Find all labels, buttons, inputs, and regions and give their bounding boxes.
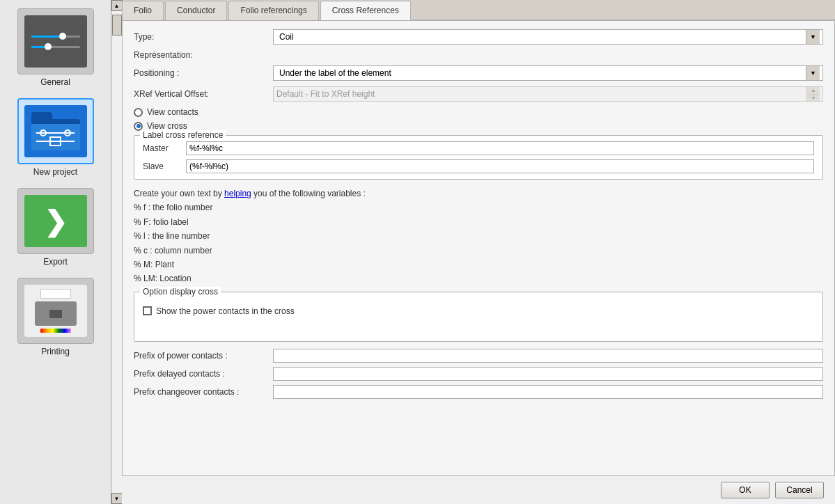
var-location: % LM: Location [134,271,823,285]
folder-icon [31,112,80,150]
positioning-select-value: Under the label of the element [276,68,806,78]
slave-row: Slave [143,159,814,173]
circuit-svg [36,127,75,147]
representation-row: Représentation: [134,50,823,60]
printer-paper [40,289,71,299]
slider-track-1 [31,36,80,38]
master-row: Master [143,141,814,155]
tab-conductor[interactable]: Conductor [165,1,227,20]
prefix-delayed-row: Prefix delayed contacts : [134,367,823,381]
general-icon [24,15,87,68]
positioning-row: Positioning : Under the label of the ele… [134,65,823,81]
positioning-select-arrow: ▼ [806,66,820,80]
prefix-changeover-input[interactable] [273,385,823,399]
sidebar-printing-label: Printing [41,347,70,356]
positioning-label: Positioning : [134,68,273,78]
sidebar-new-project-label: New project [33,167,77,177]
printer-screen [49,310,62,318]
folder-front [31,124,80,150]
xref-spin-up[interactable]: ▲ [807,87,820,95]
prefix-delayed-input[interactable] [273,367,823,381]
var-folio-label: % F: folio label [134,215,823,229]
scroll-handle[interactable] [112,15,122,36]
prefix-power-label: Prefix of power contacts : [134,351,273,361]
positioning-select[interactable]: Under the label of the element ▼ [273,65,823,81]
printing-icon-wrap [17,278,94,344]
xref-row: XRef Vertical Offset: Default - Fit to X… [134,86,823,102]
var-folio-number: % f : the folio number [134,200,823,214]
label-cross-reference-title: Label cross reference [140,130,226,140]
tab-folio[interactable]: Folio [122,1,164,20]
label-cross-reference-group: Label cross reference Master Slave [134,135,823,180]
show-power-contacts-checkbox[interactable] [143,306,152,315]
arrow-right-icon: ❯ [44,205,68,237]
view-cross-label: View cross [147,121,187,131]
view-contacts-row: View contacts [134,107,823,117]
sidebar-item-export[interactable]: ❯ Export [3,185,108,269]
prefix-changeover-row: Prefix changeover contacts : [134,385,823,399]
scroll-down-arrow[interactable]: ▼ [111,493,123,504]
sidebar-item-new-project[interactable]: New project [3,95,108,180]
printer-rainbow [40,329,71,333]
type-row: Type: Coil ▼ [134,29,823,45]
var-column-number: % c : column number [134,244,823,258]
ok-button[interactable]: OK [721,482,770,498]
slider-row-1 [31,36,80,38]
scroll-up-arrow[interactable]: ▲ [111,0,123,11]
general-icon-wrap [17,8,94,74]
export-icon: ❯ [24,195,87,247]
type-select-value: Coil [276,32,806,42]
sidebar: General [0,0,122,504]
sidebar-item-printing[interactable]: Printing [3,275,108,359]
prefix-power-row: Prefix of power contacts : [134,349,823,363]
view-contacts-label: View contacts [147,107,198,117]
settings-panel: Type: Coil ▼ Représentation: Positioning… [122,20,835,476]
sidebar-inner: General [0,0,111,504]
master-label: Master [143,143,178,153]
option-display-cross-group: Option display cross Show the power cont… [134,292,823,342]
master-input[interactable] [186,141,814,155]
prefix-power-input[interactable] [273,349,823,363]
helping-link[interactable]: helping [224,189,251,198]
view-cross-row: View cross [134,121,823,131]
prefix-changeover-label: Prefix changeover contacts : [134,387,273,397]
type-label: Type: [134,32,273,42]
export-icon-wrap: ❯ [17,188,94,254]
prefix-delayed-label: Prefix delayed contacts : [134,369,273,379]
bottom-bar: OK Cancel [122,476,835,504]
printing-icon [24,285,87,337]
xref-spin-down[interactable]: ▼ [807,95,820,102]
var-line-number: % l : the line number [134,229,823,243]
xref-label: XRef Vertical Offset: [134,89,273,99]
var-plant: % M: Plant [134,258,823,271]
view-cross-radio[interactable] [134,122,143,131]
view-contacts-radio[interactable] [134,108,143,117]
sidebar-scrollbar: ▲ ▼ [111,0,122,504]
type-select[interactable]: Coil ▼ [273,29,823,45]
xref-spin-buttons: ▲ ▼ [806,87,820,101]
main-area: Folio Conductor Folio referencings Cross… [122,0,835,504]
sidebar-item-general[interactable]: General [3,6,108,90]
slave-input[interactable] [186,159,814,173]
tab-folio-referencings[interactable]: Folio referencings [228,1,318,20]
cancel-button[interactable]: Cancel [775,482,824,498]
scroll-area [111,11,122,493]
show-power-contacts-label: Show the power contacts in the cross [156,306,295,316]
option-display-cross-content: Show the power contacts in the cross [134,292,822,341]
helper-intro: Create your own text by helping you of t… [134,189,366,198]
option-display-cross-title: Option display cross [140,287,221,297]
folder-tab [31,112,52,119]
new-project-icon [24,105,87,157]
sidebar-export-label: Export [43,257,68,267]
tab-bar: Folio Conductor Folio referencings Cross… [122,0,835,20]
show-power-contacts-row: Show the power contacts in the cross [143,306,814,316]
xref-input-value: Default - Fit to XRef height [276,89,375,99]
representation-label: Représentation: [134,50,273,60]
sidebar-general-label: General [40,77,70,87]
type-select-arrow: ▼ [806,30,820,44]
slave-label: Slave [143,162,178,171]
new-project-icon-wrap [17,98,94,164]
slider-track-2 [31,46,80,48]
tab-cross-references[interactable]: Cross References [320,1,411,20]
slider-row-2 [31,46,80,48]
